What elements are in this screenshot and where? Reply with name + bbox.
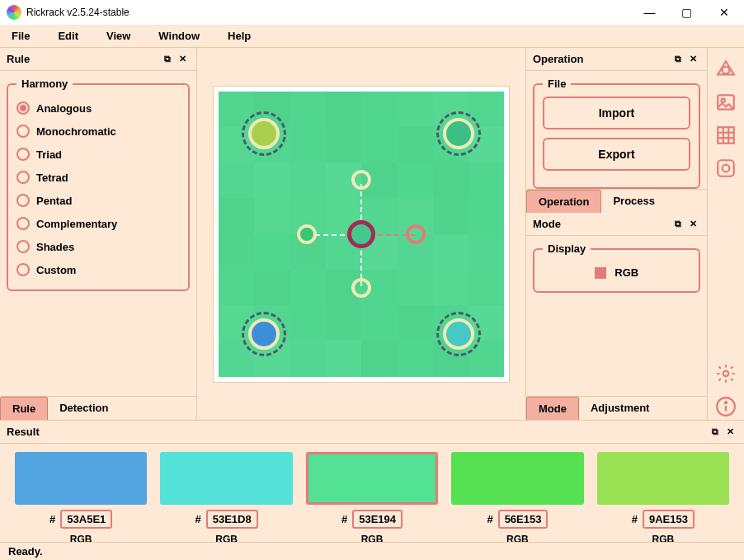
node-center[interactable] — [347, 220, 375, 248]
export-button[interactable]: Export — [543, 138, 690, 171]
svg-point-14 — [725, 402, 727, 403]
settings-icon[interactable] — [713, 360, 739, 387]
color-swatch[interactable] — [306, 452, 438, 505]
display-fieldset: Display RGB — [533, 242, 700, 293]
hex-value[interactable]: 53E1D8 — [206, 510, 258, 529]
hex-value[interactable]: 53A5E1 — [60, 510, 112, 529]
image-tool-icon[interactable] — [713, 89, 739, 115]
color-swatch[interactable] — [451, 452, 583, 505]
menu-help[interactable]: Help — [221, 28, 257, 44]
node-left[interactable] — [297, 224, 317, 244]
harmony-option-complementary[interactable]: Complementary — [16, 212, 180, 235]
harmony-option-monochromatic[interactable]: Monochromatic — [16, 120, 180, 143]
minimize-button[interactable]: — — [631, 0, 668, 25]
harmony-option-shades[interactable]: Shades — [16, 235, 180, 258]
node-bottom[interactable] — [351, 278, 371, 298]
operation-panel-header: Operation ⧉ ✕ — [526, 48, 707, 71]
color-swatch[interactable] — [15, 452, 147, 505]
color-canvas[interactable] — [219, 92, 504, 377]
status-bar: Ready. — [0, 542, 744, 560]
hex-value[interactable]: 56E153 — [498, 510, 549, 529]
radio-label: Shades — [36, 241, 74, 253]
app-logo-icon — [7, 5, 21, 20]
menu-file[interactable]: File — [5, 28, 36, 44]
menu-window[interactable]: Window — [152, 28, 206, 44]
radio-icon — [16, 171, 30, 184]
corner-node-bl[interactable] — [248, 318, 280, 350]
radio-label: Complementary — [36, 218, 117, 230]
tab-rule[interactable]: Rule — [0, 397, 48, 420]
hash-label: # — [195, 513, 201, 525]
undock-icon[interactable]: ⧉ — [671, 219, 685, 229]
maximize-button[interactable]: ▢ — [668, 0, 705, 25]
info-icon[interactable] — [713, 393, 739, 420]
tab-process[interactable]: Process — [601, 190, 666, 213]
undock-icon[interactable]: ⧉ — [160, 54, 175, 64]
hash-label: # — [49, 513, 55, 525]
undock-icon[interactable]: ⧉ — [708, 426, 723, 437]
close-icon[interactable]: ✕ — [175, 54, 190, 64]
close-button[interactable]: ✕ — [705, 0, 742, 25]
harmony-option-analogous[interactable]: Analogous — [16, 96, 180, 120]
tool-column — [707, 48, 744, 420]
grid-tool-icon[interactable] — [713, 122, 739, 148]
rule-panel-title: Rule — [7, 53, 160, 65]
menu-edit[interactable]: Edit — [51, 28, 85, 44]
radio-icon — [16, 148, 30, 161]
file-legend: File — [543, 78, 571, 90]
close-icon[interactable]: ✕ — [685, 219, 700, 229]
swatch-col-4: #9AE153RGB — [597, 452, 729, 542]
rule-panel-header: Rule ⧉ ✕ — [0, 48, 196, 71]
hash-label: # — [341, 513, 347, 525]
harmony-option-triad[interactable]: Triad — [16, 143, 180, 166]
svg-point-11 — [723, 371, 729, 377]
radio-label: Analogous — [36, 102, 92, 115]
operation-panel-title: Operation — [533, 53, 671, 65]
color-swatch[interactable] — [160, 452, 292, 505]
radio-icon — [16, 217, 30, 230]
svg-rect-4 — [718, 127, 734, 144]
svg-marker-0 — [718, 61, 734, 74]
node-top[interactable] — [351, 170, 371, 190]
radio-label: Custom — [36, 264, 76, 276]
wheel-tool-icon[interactable] — [713, 56, 739, 82]
hash-label: # — [487, 513, 492, 525]
board-tool-icon[interactable] — [713, 155, 739, 181]
close-icon[interactable]: ✕ — [723, 426, 737, 437]
corner-node-tr[interactable] — [443, 118, 474, 149]
hash-label: # — [632, 513, 638, 525]
result-panel-header: Result ⧉ ✕ — [0, 421, 744, 444]
corner-node-tl[interactable] — [248, 118, 280, 149]
swatch-col-1: #53E1D8RGB — [160, 452, 292, 542]
swatch-col-3: #56E153RGB — [451, 452, 583, 542]
svg-point-3 — [722, 99, 725, 102]
harmony-legend: Harmony — [16, 78, 73, 90]
tab-adjustment[interactable]: Adjustment — [579, 397, 662, 420]
close-icon[interactable]: ✕ — [685, 54, 700, 64]
radio-icon — [16, 240, 30, 253]
undock-icon[interactable]: ⧉ — [671, 54, 685, 64]
menu-view[interactable]: View — [100, 28, 137, 44]
radio-icon — [16, 101, 30, 115]
radio-label: Triad — [36, 148, 62, 161]
tab-detection[interactable]: Detection — [48, 397, 120, 420]
harmony-option-tetrad[interactable]: Tetrad — [16, 166, 180, 189]
radio-label: Monochromatic — [36, 125, 116, 138]
mode-panel-title: Mode — [533, 218, 671, 230]
harmony-option-pentad[interactable]: Pentad — [16, 189, 180, 212]
import-button[interactable]: Import — [543, 96, 690, 129]
radio-label: Pentad — [36, 195, 72, 207]
hex-value[interactable]: 9AE153 — [643, 510, 695, 529]
hex-value[interactable]: 53E194 — [352, 510, 403, 529]
tab-operation[interactable]: Operation — [526, 190, 601, 213]
rgb-label: RGB — [652, 534, 674, 542]
corner-node-br[interactable] — [443, 318, 474, 350]
rgb-checkbox[interactable] — [595, 267, 606, 279]
color-swatch[interactable] — [597, 452, 729, 505]
harmony-option-custom[interactable]: Custom — [16, 258, 180, 281]
window-title: Rickrack v2.5.24-stable — [26, 7, 631, 18]
node-right[interactable] — [406, 224, 426, 244]
swatch-col-2: #53E194RGB — [306, 452, 438, 542]
radio-icon — [16, 263, 30, 276]
tab-mode[interactable]: Mode — [526, 397, 579, 420]
